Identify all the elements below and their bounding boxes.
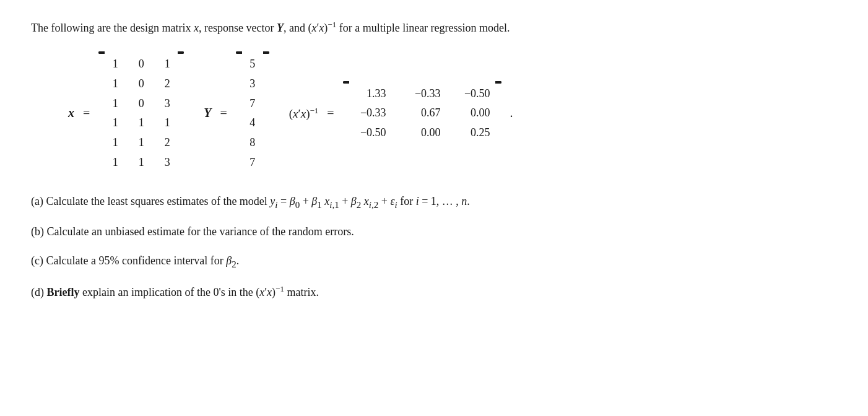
inv-row-2: −0.33 0.67 0.00 — [354, 104, 490, 122]
design-matrix-row-1: 1 0 1 — [110, 55, 173, 73]
equals-y: = — [220, 106, 227, 120]
response-row-6: 7 — [247, 154, 258, 171]
intro-text: The following are the design matrix x, r… — [31, 19, 837, 37]
x-label: x — [68, 106, 74, 120]
design-matrix-row-6: 1 1 3 — [110, 154, 173, 171]
y-label: Y — [204, 106, 211, 120]
question-c: (c) Calculate a 95% confidence interval … — [31, 252, 837, 272]
period-after-matrix: . — [510, 106, 513, 120]
response-row-4: 4 — [247, 114, 258, 132]
question-a: (a) Calculate the least squares estimate… — [31, 193, 837, 212]
matrix-equation-row: x = 1 0 1 1 0 2 1 0 3 1 1 1 — [31, 51, 837, 175]
questions-section: (a) Calculate the least squares estimate… — [31, 193, 837, 301]
question-b-text: (b) Calculate an unbiased estimate for t… — [31, 225, 354, 238]
inv-row-3: −0.50 0.00 0.25 — [354, 124, 490, 142]
equals-x: = — [83, 106, 90, 120]
question-d: (d) Briefly explain an implication of th… — [31, 283, 837, 301]
inverse-label: (x′x)−1 — [289, 106, 319, 121]
design-matrix-row-5: 1 1 2 — [110, 134, 173, 152]
design-matrix-row-4: 1 1 1 — [110, 114, 173, 132]
response-vector-content: 5 3 7 4 8 7 — [247, 51, 258, 175]
inverse-matrix-content: 1.33 −0.33 −0.50 −0.33 0.67 0.00 −0.50 0… — [354, 81, 490, 145]
inverse-matrix: 1.33 −0.33 −0.50 −0.33 0.67 0.00 −0.50 0… — [343, 81, 501, 145]
response-row-2: 3 — [247, 75, 258, 93]
design-matrix: 1 0 1 1 0 2 1 0 3 1 1 1 1 1 2 — [98, 51, 184, 175]
question-b: (b) Calculate an unbiased estimate for t… — [31, 223, 837, 241]
equals-inv: = — [327, 106, 334, 120]
design-matrix-row-2: 1 0 2 — [110, 75, 173, 93]
response-row-1: 5 — [247, 55, 258, 73]
inv-row-1: 1.33 −0.33 −0.50 — [354, 85, 490, 103]
response-row-5: 8 — [247, 134, 258, 152]
response-vector: 5 3 7 4 8 7 — [236, 51, 269, 175]
response-row-3: 7 — [247, 95, 258, 113]
design-matrix-content: 1 0 1 1 0 2 1 0 3 1 1 1 1 1 2 — [110, 51, 173, 175]
design-matrix-row-3: 1 0 3 — [110, 95, 173, 113]
